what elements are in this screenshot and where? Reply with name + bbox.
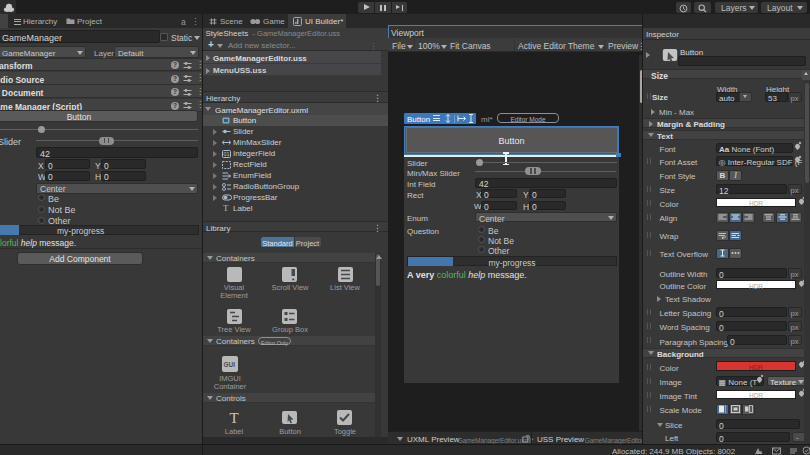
svg-text:01: 01 — [224, 151, 230, 157]
svg-text:GUI: GUI — [223, 361, 235, 368]
svg-text:T: T — [230, 410, 239, 426]
